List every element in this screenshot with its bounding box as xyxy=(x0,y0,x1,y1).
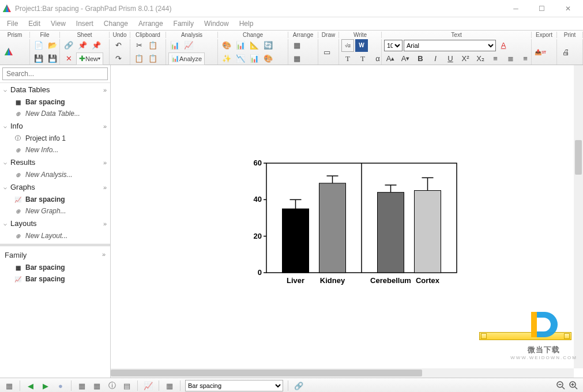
family-item[interactable]: ▦Bar spacing xyxy=(0,262,110,273)
menu-view[interactable]: View xyxy=(46,18,70,29)
change6-icon[interactable]: 📉 xyxy=(234,52,247,65)
menu-arrange[interactable]: Arrange xyxy=(134,18,168,29)
search-input[interactable] xyxy=(2,67,108,80)
analysis1-icon[interactable]: 📊 xyxy=(168,39,181,52)
link-status-icon[interactable]: 🔗 xyxy=(293,380,304,391)
menu-insert[interactable]: Insert xyxy=(72,18,98,29)
line-spacing-icon[interactable]: ≡ xyxy=(519,52,532,65)
view-results-icon[interactable]: ▤ xyxy=(121,380,133,391)
view-info-icon[interactable]: ⓘ xyxy=(106,380,118,391)
paste-special-icon[interactable]: 📋 xyxy=(146,52,159,65)
view-layout-icon[interactable]: ▦ xyxy=(164,380,175,391)
menu-help[interactable]: Help xyxy=(235,18,258,29)
font-color-icon[interactable]: A xyxy=(497,39,510,52)
menu-change[interactable]: Change xyxy=(99,18,133,29)
superscript-icon[interactable]: X² xyxy=(459,52,472,65)
subscript-icon[interactable]: X₂ xyxy=(474,52,487,65)
zoom-out-icon[interactable] xyxy=(555,380,567,391)
sidebar-section[interactable]: ⌵ Graphs» xyxy=(0,180,110,194)
close-button[interactable]: ✕ xyxy=(555,1,581,17)
bold-icon[interactable]: B xyxy=(414,52,427,65)
change5-icon[interactable]: ✨ xyxy=(220,52,233,65)
new-button[interactable]: ✚ New ▾ xyxy=(76,52,103,65)
save-as-icon[interactable]: 💾 xyxy=(46,52,59,65)
sidebar-item[interactable]: ⊕New Analysis... xyxy=(0,169,110,180)
change3-icon[interactable]: 📐 xyxy=(248,39,261,52)
sidebar-item[interactable]: ⊕New Layout... xyxy=(0,230,110,242)
nav-prev-icon[interactable]: ◀ xyxy=(25,380,36,391)
menu-family[interactable]: Family xyxy=(169,18,198,29)
graph-name-select[interactable]: Bar spacing xyxy=(185,380,283,391)
sidebar-item[interactable]: ⓘProject info 1 xyxy=(0,133,110,144)
sidebar-section[interactable]: ⌵ Results» xyxy=(0,156,110,169)
save-icon[interactable]: 💾 xyxy=(32,52,45,65)
menu-file[interactable]: File xyxy=(2,18,22,29)
equation-icon[interactable]: √α xyxy=(341,39,354,52)
pin-icon[interactable]: 📌 xyxy=(76,39,89,52)
sidebar-item[interactable]: 📈Bar spacing xyxy=(0,194,110,205)
link-icon[interactable]: 🔗 xyxy=(62,39,75,52)
tg-clipboard: Clipboard xyxy=(130,32,166,38)
sidebar-section[interactable]: ⌵ Layouts» xyxy=(0,217,110,230)
view-grid-icon[interactable]: ▦ xyxy=(91,380,103,391)
svg-rect-16 xyxy=(283,209,309,273)
menu-edit[interactable]: Edit xyxy=(24,18,45,29)
export-icon[interactable]: 📤tiff xyxy=(534,46,547,58)
nav-next-icon[interactable]: ▶ xyxy=(40,380,51,391)
view-graph-icon[interactable]: 📈 xyxy=(142,380,154,391)
arrange1-icon[interactable]: ▦ xyxy=(291,39,303,52)
word-icon[interactable]: W xyxy=(355,39,368,52)
sidebar-item[interactable]: ⊕New Graph... xyxy=(0,205,110,217)
italic-icon[interactable]: I xyxy=(429,52,442,65)
nav-refresh-icon[interactable]: ● xyxy=(55,380,66,391)
sidebar-item[interactable]: ▦Bar spacing xyxy=(0,96,110,108)
text-t-icon[interactable]: T xyxy=(341,52,354,65)
zoom-in-icon[interactable] xyxy=(568,380,580,391)
font-smaller-icon[interactable]: A▾ xyxy=(399,52,412,65)
undo-icon[interactable]: ↶ xyxy=(112,39,125,52)
print-icon[interactable]: 🖨 xyxy=(559,46,572,58)
text-t2-icon[interactable]: T xyxy=(356,52,369,65)
sidebar-splitter[interactable] xyxy=(0,244,110,246)
sidebar-section[interactable]: ⌵ Info» xyxy=(0,119,110,133)
analysis2-icon[interactable]: 📈 xyxy=(182,39,195,52)
svg-text:Liver: Liver xyxy=(287,276,304,285)
new-file-icon[interactable]: 📄 xyxy=(32,39,45,52)
change4-icon[interactable]: 🔄 xyxy=(262,39,274,52)
family-item[interactable]: 📈Bar spacing xyxy=(0,273,110,285)
draw-rect-icon[interactable]: ▭ xyxy=(321,46,333,58)
tg-prism: Prism xyxy=(0,32,30,38)
align-icon[interactable]: ≡ xyxy=(489,52,502,65)
prism-logo-button[interactable] xyxy=(2,46,15,58)
sidebar-item[interactable]: ⊕New Info... xyxy=(0,144,110,156)
svg-line-34 xyxy=(562,387,565,389)
analyze-button[interactable]: 📊 Analyze xyxy=(168,52,205,65)
scrollbar-horizontal[interactable] xyxy=(111,368,574,378)
open-file-icon[interactable]: 📂 xyxy=(46,39,59,52)
graph-canvas[interactable]: 0204060LiverKidneyCerebellumCortex xyxy=(111,65,574,368)
view-table-icon[interactable]: ▦ xyxy=(76,380,88,391)
status-grid-icon[interactable]: ▦ xyxy=(3,380,15,391)
delete-icon[interactable]: ✕ xyxy=(62,52,75,65)
family-header[interactable]: Family» xyxy=(0,248,110,262)
font-name-select[interactable]: Arial xyxy=(404,40,496,51)
maximize-button[interactable]: ☐ xyxy=(529,1,555,17)
change8-icon[interactable]: 🎨 xyxy=(262,52,274,65)
paragraph-icon[interactable]: ≣ xyxy=(504,52,517,65)
minimize-button[interactable]: ─ xyxy=(503,1,529,17)
cut-icon[interactable]: ✂ xyxy=(133,39,145,52)
font-bigger-icon[interactable]: A▴ xyxy=(384,52,397,65)
paste-icon[interactable]: 📋 xyxy=(133,52,145,65)
star-icon[interactable]: 📌 xyxy=(90,39,103,52)
change1-icon[interactable]: 🎨 xyxy=(220,39,233,52)
menu-window[interactable]: Window xyxy=(200,18,234,29)
underline-icon[interactable]: U xyxy=(444,52,457,65)
arrange2-icon[interactable]: ▦ xyxy=(291,52,303,65)
font-size-select[interactable]: 10 xyxy=(384,40,403,51)
copy-icon[interactable]: 📋 xyxy=(146,39,159,52)
change7-icon[interactable]: 📊 xyxy=(248,52,261,65)
sidebar-item[interactable]: ⊕New Data Table... xyxy=(0,108,110,119)
sidebar-section[interactable]: ⌵ Data Tables» xyxy=(0,83,110,96)
redo-icon[interactable]: ↷ xyxy=(112,52,125,65)
change2-icon[interactable]: 📊 xyxy=(234,39,247,52)
